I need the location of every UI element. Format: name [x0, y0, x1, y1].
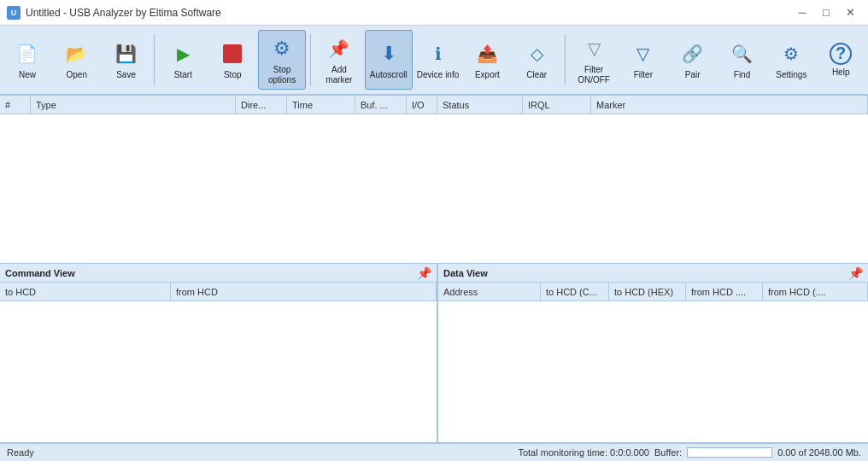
command-view: Command View 📌 to HCD from HCD — [0, 264, 438, 442]
col-io: I/O — [407, 96, 437, 114]
close-button[interactable]: ✕ — [839, 4, 861, 21]
main-table-body — [0, 114, 868, 263]
title-controls: ─ □ ✕ — [791, 4, 861, 21]
settings-label: Settings — [776, 70, 806, 80]
data-view-body — [438, 301, 868, 442]
status-bar: Ready Total monitoring time: 0:0:0.000 B… — [0, 442, 868, 461]
clear-button[interactable]: ◇Clear — [513, 30, 560, 90]
start-label: Start — [174, 70, 192, 80]
command-view-columns: to HCD from HCD — [0, 283, 437, 301]
data-col-to-hcd-hex: to HCD (HEX) — [609, 283, 686, 301]
data-view: Data View 📌 Address to HCD (C... to HCD … — [438, 264, 868, 442]
command-view-title: Command View — [5, 268, 75, 278]
app-icon: U — [7, 6, 21, 20]
autoscroll-label: Autoscroll — [370, 70, 408, 80]
data-view-columns: Address to HCD (C... to HCD (HEX) from H… — [438, 283, 868, 301]
toolbar-divider — [565, 34, 566, 85]
data-col-from-hcd-dot: from HCD .... — [686, 283, 763, 301]
command-view-header: Command View 📌 — [0, 264, 437, 283]
pair-label: Pair — [685, 70, 701, 80]
monitoring-time: Total monitoring time: 0:0:0.000 — [518, 447, 648, 458]
buffer-progress-bar — [687, 447, 772, 458]
toolbar-divider — [310, 34, 311, 85]
command-view-body — [0, 301, 437, 442]
toolbar-divider — [154, 34, 155, 85]
col-time: Time — [287, 96, 355, 114]
col-type: Type — [31, 96, 236, 114]
add-marker-label: Add marker — [318, 65, 361, 85]
data-col-to-hcd-c: to HCD (C... — [541, 283, 609, 301]
find-button[interactable]: 🔍Find — [718, 30, 766, 90]
col-irql: IRQL — [523, 96, 591, 114]
save-button[interactable]: 💾Save — [103, 30, 150, 90]
command-view-pin[interactable]: 📌 — [417, 266, 431, 280]
pair-button[interactable]: 🔗Pair — [669, 30, 717, 90]
settings-button[interactable]: ⚙Settings — [767, 30, 815, 90]
buffer-value: 0.00 of 2048.00 Mb. — [777, 447, 861, 458]
device-info-button[interactable]: ℹDevice info — [414, 30, 462, 90]
title-bar: U Untitled - USB Analyzer by Eltima Soft… — [0, 0, 868, 26]
device-info-label: Device info — [417, 70, 459, 80]
status-ready: Ready — [7, 447, 34, 458]
save-label: Save — [116, 70, 136, 80]
stop-label: Stop — [224, 70, 242, 80]
filter-label: Filter — [634, 70, 653, 80]
toolbar: 📄New📂Open💾Save▶StartStop⚙Stop options📌Ad… — [0, 26, 868, 96]
col-dire: Dire... — [236, 96, 287, 114]
stop-button[interactable]: Stop — [208, 30, 256, 90]
help-label: Help — [832, 67, 850, 78]
open-label: Open — [67, 70, 87, 80]
start-button[interactable]: ▶Start — [159, 30, 207, 90]
col-status: Status — [437, 96, 523, 114]
title-left: U Untitled - USB Analyzer by Eltima Soft… — [7, 6, 221, 20]
filter-onoff-button[interactable]: ▽Filter ON/OFF — [570, 30, 618, 90]
col-buf: Buf. ... — [355, 96, 407, 114]
data-col-address: Address — [438, 283, 541, 301]
filter-button[interactable]: ▽Filter — [619, 30, 667, 90]
open-button[interactable]: 📂Open — [53, 30, 101, 90]
main-table-area: # Type Dire... Time Buf. ... I/O Status … — [0, 96, 868, 263]
stop-options-button[interactable]: ⚙Stop options — [258, 30, 306, 90]
add-marker-button[interactable]: 📌Add marker — [315, 30, 363, 90]
filter-onoff-label: Filter ON/OFF — [572, 65, 615, 85]
col-marker: Marker — [591, 96, 868, 114]
new-label: New — [19, 70, 36, 80]
help-button[interactable]: ?Help — [817, 30, 865, 90]
autoscroll-button[interactable]: ⬇Autoscroll — [365, 30, 413, 90]
export-button[interactable]: 📤Export — [463, 30, 511, 90]
main-table-header: # Type Dire... Time Buf. ... I/O Status … — [0, 96, 868, 114]
find-label: Find — [734, 70, 750, 80]
export-label: Export — [475, 70, 500, 80]
data-view-title: Data View — [443, 268, 488, 278]
data-view-pin[interactable]: 📌 — [848, 266, 863, 280]
data-col-from-hcd-par: from HCD (.... — [763, 283, 868, 301]
col-hash: # — [0, 96, 31, 114]
maximize-button[interactable]: □ — [815, 4, 837, 21]
cmd-col-to-hcd: to HCD — [0, 283, 171, 301]
title-text: Untitled - USB Analyzer by Eltima Softwa… — [26, 7, 221, 19]
clear-label: Clear — [526, 70, 547, 80]
cmd-col-from-hcd: from HCD — [171, 283, 437, 301]
buffer-label: Buffer: — [654, 447, 682, 458]
data-view-header: Data View 📌 — [438, 264, 868, 283]
bottom-panels: Command View 📌 to HCD from HCD Data View… — [0, 263, 868, 442]
minimize-button[interactable]: ─ — [791, 4, 813, 21]
stop-options-label: Stop options — [261, 65, 303, 85]
new-button[interactable]: 📄New — [3, 30, 51, 90]
status-right: Total monitoring time: 0:0:0.000 Buffer:… — [518, 447, 861, 458]
